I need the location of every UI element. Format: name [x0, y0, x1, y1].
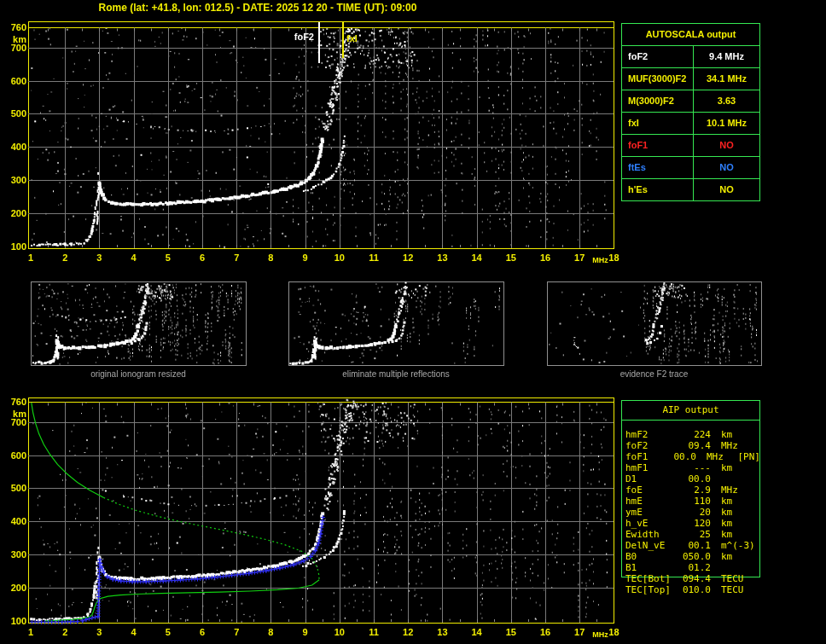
x-tick-label: 14	[467, 252, 487, 263]
aip-row-unit	[721, 562, 759, 573]
aip-row-name: B0	[625, 551, 677, 562]
x-tick-label: 5	[158, 627, 178, 637]
fxI-marker-label: fxI	[346, 33, 358, 44]
aip-row-unit: km	[721, 518, 759, 529]
aip-row-value: 120	[677, 518, 711, 529]
aip-row-unit: km	[721, 551, 759, 562]
x-tick-label: 4	[124, 252, 144, 263]
aip-row-value: 20	[677, 507, 711, 518]
autoscala-row-value: NO	[694, 157, 759, 178]
y-tick-label: 600	[0, 76, 26, 86]
y-axis-unit-label: km	[0, 34, 26, 44]
aip-row-value: ---	[677, 462, 711, 473]
thumbnail-caption: original ionogram resized	[44, 369, 232, 379]
aip-row-unit: km	[721, 496, 759, 507]
autoscala-row-label: M(3000)F2	[622, 90, 694, 112]
aip-row-name: B1	[625, 562, 677, 573]
x-tick-label: 15	[501, 252, 521, 263]
y-tick-label: 300	[0, 175, 26, 185]
aip-row-unit: TECU	[721, 573, 759, 584]
x-tick-label: 7	[226, 252, 247, 263]
x-tick-label: 17	[569, 252, 590, 263]
aip-row: h_vE120km	[625, 518, 760, 529]
autoscala-row: foF1NO	[622, 135, 759, 157]
aip-row-value: 2.9	[677, 484, 711, 496]
autoscala-table-body: foF29.4 MHzMUF(3000)F234.1 MHzM(3000)F23…	[622, 46, 759, 200]
aip-row-unit: MHz	[721, 440, 759, 451]
aip-row: hmF1---km	[625, 462, 760, 473]
aip-row: foE2.9MHz	[625, 484, 760, 496]
x-tick-label: 11	[364, 627, 384, 637]
x-tick-label: 6	[192, 252, 212, 263]
x-tick-label: 1	[20, 627, 41, 637]
x-tick-label: 13	[432, 252, 452, 263]
aip-row-extra: [PN]	[738, 451, 761, 462]
y-axis-unit-label: km	[0, 409, 26, 419]
autoscala-table-header: AUTOSCALA output	[622, 24, 759, 46]
autoscala-row-value: 34.1 MHz	[694, 68, 759, 90]
x-tick-label: 8	[260, 627, 281, 637]
aip-row-unit: km	[721, 462, 759, 473]
autoscala-row: h'EsNO	[622, 179, 759, 200]
aip-row-name: Ewidth	[625, 529, 677, 540]
autoscala-row-label: h'Es	[622, 179, 694, 200]
x-tick-label: 13	[432, 627, 452, 637]
aip-row: TEC[Bot]094.4TECU	[625, 573, 760, 584]
aip-row-value: 09.4	[677, 440, 711, 451]
thumbnail-caption: evidence F2 trace	[561, 369, 748, 379]
aip-row-name: DelN_vE	[625, 540, 677, 551]
aip-row-name: hmE	[625, 496, 677, 507]
y-tick-label: 100	[0, 241, 26, 252]
y-tick-label: 600	[0, 450, 26, 461]
autoscala-row-value: 9.4 MHz	[694, 46, 759, 67]
aip-row: hmE110km	[625, 496, 760, 507]
x-tick-label: 9	[295, 252, 316, 263]
x-tick-label: 16	[535, 627, 556, 637]
autoscala-row: MUF(3000)F234.1 MHz	[622, 68, 759, 90]
y-tick-label: 500	[0, 108, 26, 119]
x-tick-label: 2	[55, 252, 75, 263]
x-tick-label: 12	[398, 627, 418, 637]
aip-row: D100.0	[625, 473, 760, 484]
aip-row: foF209.4MHz	[625, 440, 760, 451]
aip-row-unit: MHz	[707, 451, 738, 462]
y-tick-label: 760	[0, 22, 26, 32]
aip-row-value: 01.2	[677, 562, 711, 573]
x-tick-label: 5	[158, 252, 178, 263]
aip-row-unit: km	[721, 429, 759, 440]
autoscala-row-value: 3.63	[694, 90, 759, 112]
x-tick-label: 12	[398, 252, 418, 263]
aip-table-header: AIP output	[621, 400, 760, 421]
aip-row: ymE20km	[625, 507, 760, 518]
aip-row-value: 00.0	[677, 473, 711, 484]
aip-row-name: foF1	[625, 451, 668, 462]
aip-row-value: 010.0	[677, 584, 711, 595]
autoscala-row-label: foF1	[622, 135, 694, 156]
aip-row-name: hmF1	[625, 462, 677, 473]
aip-table-body: hmF2224kmfoF209.4MHzfoF100.0MHz[PN]hmF1-…	[625, 429, 760, 595]
y-tick-label: 760	[0, 397, 26, 407]
aip-row: B0050.0km	[625, 551, 760, 562]
autoscala-row-label: MUF(3000)F2	[622, 68, 694, 90]
aip-row-name: TEC[Top]	[625, 584, 677, 595]
aip-row-unit: MHz	[721, 484, 759, 496]
x-tick-label: 3	[89, 627, 109, 637]
autoscala-row-label: foF2	[622, 46, 694, 67]
aip-row-value: 224	[677, 429, 711, 440]
station-title: Rome (lat: +41.8, lon: 012.5) - DATE: 20…	[19, 2, 497, 14]
autoscala-row: ftEsNO	[622, 157, 759, 179]
x-tick-label: 10	[329, 627, 350, 637]
x-axis-unit-label: MHz	[592, 630, 608, 639]
y-tick-label: 200	[0, 208, 26, 218]
aip-row-name: ymE	[625, 507, 677, 518]
aip-row: TEC[Top]010.0TECU	[625, 584, 760, 595]
x-axis-unit-label: MHz	[592, 256, 608, 264]
autoscala-row-label: fxI	[622, 113, 694, 134]
x-tick-label: 14	[467, 627, 487, 637]
aip-row-unit: TECU	[721, 584, 759, 595]
aip-row-value: 094.4	[677, 573, 711, 584]
aip-row-value: 00.0	[668, 451, 696, 462]
aip-row: Ewidth25km	[625, 529, 760, 540]
aip-row-name: h_vE	[625, 518, 677, 529]
y-tick-label: 400	[0, 516, 26, 526]
